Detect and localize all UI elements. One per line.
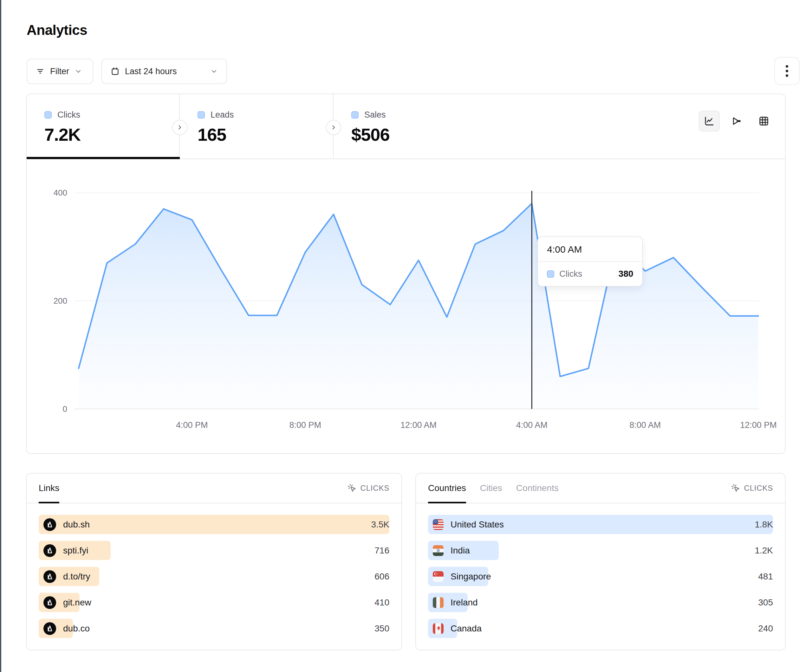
analytics-chart-card: Clicks 7.2K Leads 165 Sales $506: [26, 94, 786, 454]
links-tab-underline: [39, 502, 59, 503]
tooltip-legend-swatch: [547, 270, 554, 278]
clicks-time-series-chart[interactable]: 02004004:00 PM8:00 PM12:00 AM4:00 AM8:00…: [27, 159, 785, 453]
link-label: dub.sh: [63, 520, 90, 530]
line-chart-view-button[interactable]: [699, 111, 720, 131]
link-clicks-value: 350: [374, 619, 389, 638]
tab-cities[interactable]: Cities: [480, 474, 502, 503]
more-options-button[interactable]: [774, 57, 800, 85]
link-row-d-to-try[interactable]: d.to/try 606: [39, 567, 389, 586]
link-clicks-value: 3.5K: [371, 515, 389, 534]
metric-tabs-row: Clicks 7.2K Leads 165 Sales $506: [27, 94, 785, 159]
svg-text:8:00 PM: 8:00 PM: [289, 420, 321, 430]
link-row-spti-fyi[interactable]: spti.fyi 716: [39, 541, 389, 560]
tab-countries[interactable]: Countries: [428, 474, 466, 503]
country-clicks-value: 481: [758, 567, 773, 586]
page-title: Analytics: [27, 22, 87, 38]
sales-tab-label: Sales: [364, 110, 386, 120]
link-label: d.to/try: [63, 571, 90, 582]
country-row-singapore[interactable]: Singapore 481: [428, 567, 773, 586]
chart-tooltip: 4:00 AM Clicks 380: [537, 237, 643, 287]
cursor-click-icon: [347, 483, 357, 493]
tooltip-series-value: 380: [619, 269, 633, 279]
chart-view-toggles: [699, 111, 774, 131]
countries-metric-header-label: CLICKS: [744, 484, 773, 493]
countries-rows: United States 1.8K India 1.2K Singapore …: [416, 503, 785, 638]
tab-clicks[interactable]: Clicks 7.2K: [27, 94, 180, 159]
tab-leads[interactable]: Leads 165: [180, 94, 334, 159]
country-row-canada[interactable]: Canada 240: [428, 619, 773, 638]
countries-tab-underline: [428, 502, 466, 503]
filter-button[interactable]: Filter: [27, 59, 93, 84]
sidebar-edge-divider: [0, 0, 1, 672]
us-flag-icon: [433, 519, 444, 530]
svg-text:12:00 AM: 12:00 AM: [401, 420, 437, 430]
filter-button-label: Filter: [50, 67, 69, 77]
expand-clicks-leads-button[interactable]: [172, 120, 188, 135]
country-clicks-value: 305: [758, 593, 773, 612]
country-clicks-value: 1.8K: [755, 515, 773, 534]
dub-logo-icon: [43, 544, 56, 557]
links-panel-header: Links CLICKS: [27, 474, 401, 503]
link-label: spti.fyi: [63, 546, 88, 556]
clicks-legend-swatch: [44, 111, 52, 119]
filter-icon: [36, 67, 45, 76]
ireland-flag-icon: [433, 597, 444, 608]
table-view-button[interactable]: [753, 111, 774, 131]
canada-flag-icon: [433, 623, 444, 634]
tooltip-series-row: Clicks 380: [538, 262, 642, 286]
countries-panel-header: Countries Cities Continents CLICKS: [416, 474, 785, 503]
grid-icon: [758, 115, 769, 127]
leads-tab-value: 165: [198, 124, 333, 145]
country-clicks-value: 240: [758, 619, 773, 638]
link-clicks-value: 606: [374, 567, 389, 586]
cities-tab-label: Cities: [480, 483, 502, 493]
cursor-click-icon: [731, 483, 740, 493]
country-row-united-states[interactable]: United States 1.8K: [428, 515, 773, 534]
link-clicks-value: 410: [374, 593, 389, 612]
date-range-label: Last 24 hours: [125, 67, 177, 77]
countries-tab-label: Countries: [428, 483, 466, 493]
singapore-flag-icon: [433, 571, 444, 582]
country-row-ireland[interactable]: Ireland 305: [428, 593, 773, 612]
dub-logo-icon: [43, 622, 56, 635]
svg-text:12:00 PM: 12:00 PM: [740, 420, 777, 430]
india-flag-icon: [433, 545, 444, 556]
country-label: Ireland: [450, 597, 478, 608]
tab-links[interactable]: Links: [39, 474, 59, 503]
funnel-icon: [731, 115, 742, 127]
sales-legend-swatch: [351, 111, 358, 119]
links-metric-header[interactable]: CLICKS: [347, 483, 390, 493]
active-tab-underline: [27, 157, 180, 159]
kebab-menu-icon: [782, 65, 792, 77]
link-bar: [39, 515, 389, 534]
link-row-dub-co[interactable]: dub.co 350: [39, 619, 389, 638]
leads-legend-swatch: [198, 111, 205, 119]
country-row-india[interactable]: India 1.2K: [428, 541, 773, 560]
links-panel: Links CLICKS dub.sh: [26, 473, 402, 650]
date-range-button[interactable]: Last 24 hours: [101, 59, 227, 84]
svg-text:4:00 PM: 4:00 PM: [176, 420, 208, 430]
countries-metric-header[interactable]: CLICKS: [731, 483, 773, 493]
country-label: United States: [450, 520, 504, 530]
link-row-dub-sh[interactable]: dub.sh 3.5K: [39, 515, 389, 534]
expand-leads-sales-button[interactable]: [326, 120, 341, 135]
links-metric-header-label: CLICKS: [360, 484, 390, 493]
dub-logo-icon: [43, 570, 56, 583]
funnel-view-button[interactable]: [726, 111, 747, 131]
continents-tab-label: Continents: [516, 483, 559, 493]
analytics-page: Analytics Filter Last 24 hours: [0, 0, 812, 672]
dub-logo-icon: [43, 596, 56, 609]
clicks-tab-label: Clicks: [57, 110, 80, 120]
tooltip-time: 4:00 AM: [538, 237, 642, 262]
link-label: git.new: [63, 597, 91, 608]
tab-continents[interactable]: Continents: [516, 474, 559, 503]
svg-text:200: 200: [54, 296, 67, 305]
country-label: India: [450, 546, 470, 556]
link-clicks-value: 716: [374, 541, 389, 560]
country-label: Singapore: [450, 571, 491, 582]
chevron-down-icon: [74, 67, 82, 75]
links-tab-label: Links: [39, 483, 59, 493]
link-row-git-new[interactable]: git.new 410: [39, 593, 389, 612]
clicks-tab-value: 7.2K: [44, 124, 179, 145]
svg-text:400: 400: [54, 188, 67, 198]
